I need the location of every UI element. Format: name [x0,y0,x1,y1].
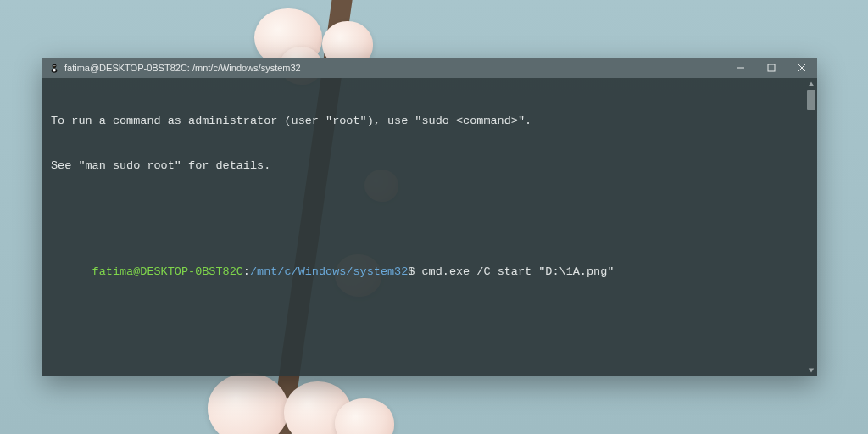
titlebar[interactable]: fatima@DESKTOP-0BST82C: /mnt/c/Windows/s… [42,58,817,78]
prompt-cwd: /mnt/c/Windows/system32 [250,265,408,278]
svg-point-2 [53,69,56,72]
close-button[interactable] [787,58,817,78]
motd-line: See "man sudo_root" for details. [51,159,809,174]
svg-point-4 [54,65,55,66]
prompt-separator: : [243,265,250,278]
tux-icon [49,63,59,73]
scrollbar[interactable] [805,78,817,376]
typed-command: cmd.exe /C start "D:\1A.png" [422,265,615,278]
maximize-button[interactable] [756,58,787,78]
svg-rect-5 [768,64,775,71]
terminal-body[interactable]: To run a command as administrator (user … [42,78,817,376]
scroll-thumb[interactable] [807,90,815,110]
scroll-up-icon[interactable] [805,78,817,90]
scroll-down-icon[interactable] [805,364,817,376]
terminal-window: fatima@DESKTOP-0BST82C: /mnt/c/Windows/s… [42,58,817,376]
motd-line: To run a command as administrator (user … [51,114,809,129]
prompt-sigil: $ [408,265,415,278]
svg-point-0 [53,64,57,68]
prompt-user-host: fatima@DESKTOP-0BST82C [92,265,243,278]
minimize-button[interactable] [726,58,756,78]
window-title: fatima@DESKTOP-0BST82C: /mnt/c/Windows/s… [64,63,301,73]
svg-point-3 [53,65,54,66]
blank-line [51,204,809,220]
prompt-line: fatima@DESKTOP-0BST82C:/mnt/c/Windows/sy… [51,249,809,294]
